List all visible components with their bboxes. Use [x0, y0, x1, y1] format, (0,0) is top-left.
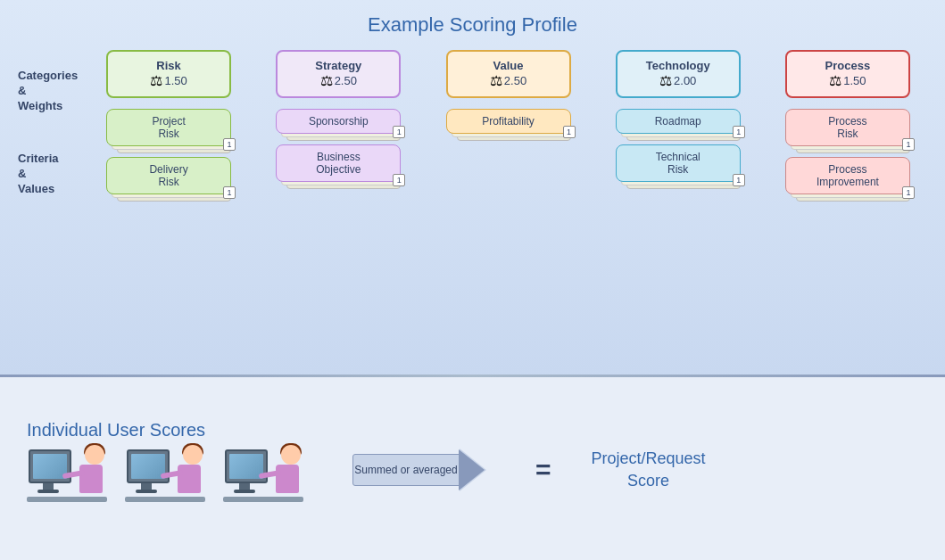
criteria-stack-process-improvement: ProcessImprovement 1 — [785, 157, 910, 194]
criteria-box-project-risk: ProjectRisk 1 — [106, 109, 231, 146]
criteria-box-roadmap: Roadmap 1 — [616, 109, 741, 134]
category-box-technology: Technology ⚖ 2.00 — [616, 50, 741, 98]
column-technology: Technology ⚖ 2.00 Roadmap 1 — [599, 50, 758, 198]
bottom-title: Individual User Scores — [27, 420, 308, 441]
badge-project-risk: 1 — [223, 138, 236, 151]
criteria-box-business-objective: BusinessObjective 1 — [276, 144, 401, 182]
cat-label-risk: Risk — [156, 59, 180, 72]
columns-area: Risk ⚖ 1.50 ProjectRisk 1 — [89, 50, 927, 198]
user-figure-1 — [27, 445, 112, 521]
user-figure-3 — [223, 445, 308, 521]
criteria-stack-delivery-risk: DeliveryRisk 1 — [106, 157, 231, 194]
person-head-3 — [281, 445, 301, 465]
cat-label-strategy: Strategy — [315, 59, 361, 72]
criteria-stack-technical-risk: TechnicalRisk 1 — [616, 144, 741, 182]
monitor-feet-3 — [234, 490, 255, 493]
main-title: Example Scoring Profile — [18, 9, 927, 37]
criteria-group-risk: ProjectRisk 1 DeliveryRisk 1 — [89, 109, 248, 198]
category-box-risk: Risk ⚖ 1.50 — [106, 50, 231, 98]
person-head-2 — [183, 445, 203, 465]
column-strategy: Strategy ⚖ 2.50 Sponsorship 1 — [259, 50, 418, 198]
column-risk: Risk ⚖ 1.50 ProjectRisk 1 — [89, 50, 248, 198]
person-body-1 — [79, 465, 103, 493]
criteria-box-technical-risk: TechnicalRisk 1 — [616, 144, 741, 182]
criteria-stack-sponsorship: Sponsorship 1 — [276, 109, 401, 134]
criteria-box-sponsorship: Sponsorship 1 — [276, 109, 401, 134]
cat-weight-process: 1.50 — [843, 74, 866, 87]
arrow-body: Summed or averaged — [352, 454, 460, 486]
cat-weight-value: 2.50 — [504, 74, 526, 87]
arrow-head — [460, 449, 486, 491]
desk-1 — [27, 497, 107, 502]
arrow-container: Summed or averaged — [352, 449, 486, 491]
criteria-box-delivery-risk: DeliveryRisk 1 — [106, 157, 231, 194]
desk-2 — [125, 497, 205, 502]
criteria-group-value: Profitability 1 — [428, 109, 587, 137]
cat-label-technology: Technology — [646, 59, 710, 72]
cat-weight-risk: 1.50 — [164, 74, 187, 87]
badge-process-improvement: 1 — [902, 186, 915, 199]
person-body-3 — [276, 465, 299, 493]
person-head-1 — [85, 445, 104, 465]
monitor-feet-2 — [136, 490, 157, 493]
cat-label-process: Process — [825, 59, 871, 72]
criteria-stack-process-risk: ProcessRisk 1 — [785, 109, 910, 146]
criteria-group-technology: Roadmap 1 TechnicalRisk 1 — [599, 109, 758, 185]
column-process: Process ⚖ 1.50 ProcessRisk 1 — [768, 50, 927, 198]
scale-icon-strategy: ⚖ — [320, 72, 333, 89]
criteria-stack-business-objective: BusinessObjective 1 — [276, 144, 401, 182]
criteria-group-process: ProcessRisk 1 ProcessImprovement 1 — [768, 109, 927, 198]
user-figure-2 — [125, 445, 210, 521]
badge-sponsorship: 1 — [393, 126, 405, 138]
scale-icon-risk: ⚖ — [150, 72, 162, 89]
criteria-stack-project-risk: ProjectRisk 1 — [106, 109, 231, 146]
person-body-2 — [178, 465, 201, 493]
criteria-box-profitability: Profitability 1 — [446, 109, 571, 134]
criteria-box-process-improvement: ProcessImprovement 1 — [785, 157, 910, 194]
badge-delivery-risk: 1 — [223, 186, 236, 199]
scale-icon-process: ⚖ — [829, 72, 841, 89]
result-label: Project/Request Score — [592, 449, 706, 490]
result-text: Project/Request Score — [592, 448, 706, 492]
equals-sign: = — [535, 455, 551, 485]
criteria-group-strategy: Sponsorship 1 BusinessObjective 1 — [259, 109, 418, 185]
bottom-left: Individual User Scores — [27, 420, 308, 521]
desk-3 — [223, 497, 303, 502]
monitor-feet-1 — [37, 490, 59, 493]
scale-icon-technology: ⚖ — [659, 72, 672, 89]
badge-business-objective: 1 — [393, 174, 405, 186]
criteria-stack-profitability: Profitability 1 — [446, 109, 571, 134]
category-box-strategy: Strategy ⚖ 2.50 — [276, 50, 401, 98]
cat-label-value: Value — [493, 59, 524, 72]
cat-weight-technology: 2.00 — [674, 74, 696, 87]
badge-process-risk: 1 — [902, 138, 915, 151]
categories-label: Categories&Weights — [18, 69, 80, 114]
summed-label: Summed or averaged — [354, 464, 457, 476]
scale-icon-value: ⚖ — [490, 72, 502, 89]
criteria-label: Criteria&Values — [18, 152, 80, 197]
bottom-section: Individual User Scores — [0, 377, 945, 560]
column-value: Value ⚖ 2.50 Profitability 1 — [428, 50, 587, 198]
top-section: Example Scoring Profile Categories&Weigh… — [0, 0, 945, 375]
badge-roadmap: 1 — [733, 126, 745, 138]
category-box-process: Process ⚖ 1.50 — [785, 50, 910, 98]
badge-profitability: 1 — [563, 126, 576, 138]
left-labels: Categories&Weights Criteria&Values — [18, 50, 89, 198]
badge-technical-risk: 1 — [733, 174, 745, 186]
category-box-value: Value ⚖ 2.50 — [446, 50, 571, 98]
cat-weight-strategy: 2.50 — [335, 74, 357, 87]
criteria-stack-roadmap: Roadmap 1 — [616, 109, 741, 134]
criteria-box-process-risk: ProcessRisk 1 — [785, 109, 910, 146]
users-area — [27, 445, 308, 521]
